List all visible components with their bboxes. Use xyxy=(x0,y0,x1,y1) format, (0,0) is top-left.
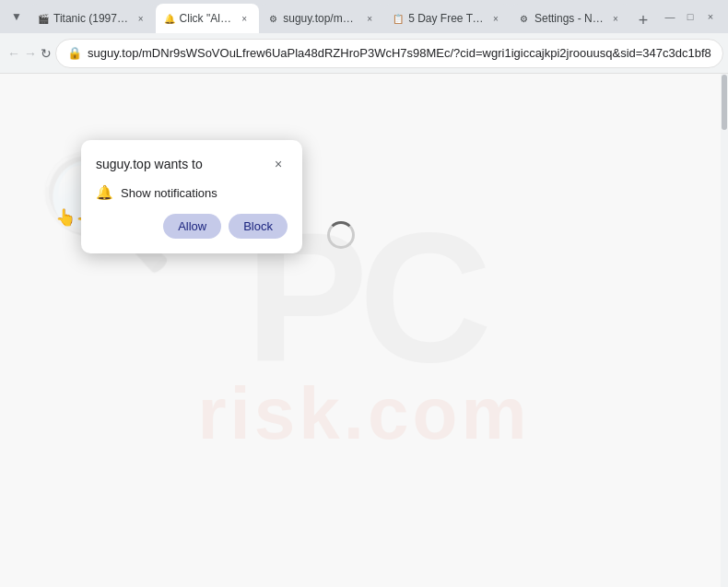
page-content: PC risk.com 🔍 suguy.top wants to × 🔔 Sho… xyxy=(0,74,728,587)
tab-close-settings[interactable]: × xyxy=(608,11,623,26)
window-controls: — □ × xyxy=(663,10,724,23)
tab-favicon-suguy: ⚙ xyxy=(266,12,279,25)
notification-popup: suguy.top wants to × 🔔 Show notification… xyxy=(81,140,302,253)
bell-icon: 🔔 xyxy=(96,184,113,201)
tab-titanic[interactable]: 🎬 Titanic (1997) Y... × xyxy=(29,4,156,33)
back-button[interactable]: ← xyxy=(7,39,20,68)
popup-header: suguy.top wants to × xyxy=(96,155,288,173)
popup-close-button[interactable]: × xyxy=(269,155,288,173)
tab-suguy[interactable]: ⚙ suguy.top/mDN... × xyxy=(259,4,384,33)
navigation-bar: ← → ↻ 🔒 suguy.top/mDNr9sWSoVOuLfrew6UaPl… xyxy=(0,33,728,74)
scrollbar-thumb[interactable] xyxy=(722,75,727,130)
tab-title-settings: Settings - Noti... xyxy=(534,12,605,25)
tab-favicon-titanic: 🎬 xyxy=(37,12,50,25)
tab-list-button[interactable]: ▼ xyxy=(4,4,29,29)
watermark-risk-text: risk.com xyxy=(197,371,530,456)
popup-notification-row: 🔔 Show notifications xyxy=(96,184,288,201)
popup-buttons: Allow Block xyxy=(96,214,288,239)
tab-strip: 🎬 Titanic (1997) Y... × 🔔 Click "Allow" … xyxy=(29,0,656,33)
loading-spinner xyxy=(327,221,353,247)
tab-close-suguy[interactable]: × xyxy=(362,11,377,26)
allow-button[interactable]: Allow xyxy=(163,214,221,239)
tab-favicon-settings: ⚙ xyxy=(518,12,531,25)
address-bar[interactable]: 🔒 suguy.top/mDNr9sWSoVOuLfrew6UaPla48dRZ… xyxy=(55,39,723,68)
title-bar: ▼ 🎬 Titanic (1997) Y... × 🔔 Click "Allow… xyxy=(0,0,728,33)
lock-icon: 🔒 xyxy=(67,46,82,60)
tab-title-click-allow: Click "Allow" xyxy=(180,12,234,25)
url-text: suguy.top/mDNr9sWSoVOuLfrew6UaPla48dRZHr… xyxy=(88,46,711,60)
tab-title-titanic: Titanic (1997) Y... xyxy=(53,12,130,25)
close-window-button[interactable]: × xyxy=(704,10,717,23)
tab-close-titanic[interactable]: × xyxy=(134,11,148,26)
tab-settings[interactable]: ⚙ Settings - Noti... × xyxy=(511,4,630,33)
tab-close-5day[interactable]: × xyxy=(488,11,503,26)
tab-favicon-click-allow: 🔔 xyxy=(163,12,176,25)
reload-button[interactable]: ↻ xyxy=(41,39,52,68)
block-button[interactable]: Block xyxy=(229,214,288,239)
tab-click-allow[interactable]: 🔔 Click "Allow" × xyxy=(156,4,260,33)
notification-label: Show notifications xyxy=(121,186,217,200)
new-tab-button[interactable]: + xyxy=(630,7,656,33)
minimize-button[interactable]: — xyxy=(663,10,676,23)
tab-5day[interactable]: 📋 5 Day Free Trai... × xyxy=(384,4,511,33)
scrollbar[interactable] xyxy=(721,74,728,587)
tab-favicon-5day: 📋 xyxy=(392,12,405,25)
maximize-button[interactable]: □ xyxy=(684,10,697,23)
tab-title-suguy: suguy.top/mDN... xyxy=(283,12,358,25)
tab-title-5day: 5 Day Free Trai... xyxy=(408,12,485,25)
popup-title: suguy.top wants to xyxy=(96,157,203,171)
tab-close-click-allow[interactable]: × xyxy=(237,11,252,26)
forward-button[interactable]: → xyxy=(24,39,37,68)
